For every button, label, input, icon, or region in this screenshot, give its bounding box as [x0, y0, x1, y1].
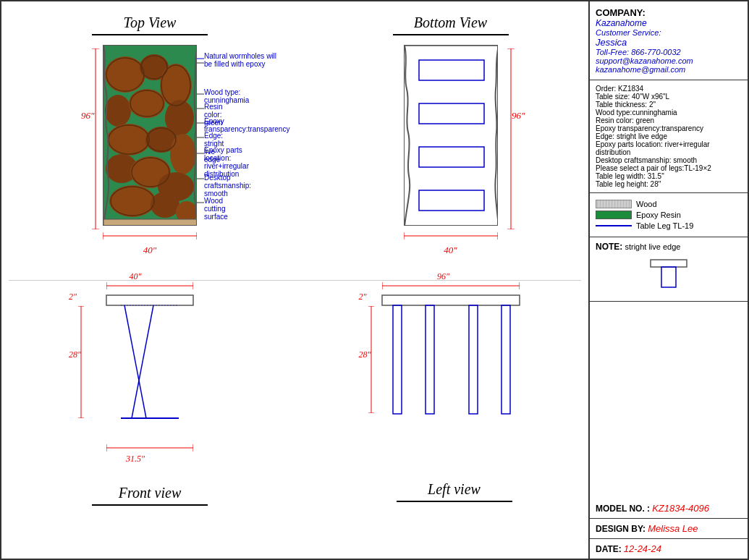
svg-rect-48 [419, 190, 484, 211]
legend-epoxy: Epoxy Resin [596, 211, 742, 219]
svg-rect-27 [103, 219, 197, 226]
toll-free-number: 866-770-0032 [631, 48, 681, 56]
dim-line-28-left [368, 306, 375, 413]
bottom-row: 40" 2" [9, 284, 581, 509]
leg-label: Table Leg TL-19 [636, 221, 693, 230]
dim-line-315-front [106, 441, 193, 454]
spec-thickness: Table thickness: 2" [596, 101, 742, 109]
svg-rect-46 [419, 103, 484, 124]
left-view-title: Left view [397, 481, 512, 498]
epoxy-label: Epoxy Resin [636, 211, 681, 219]
sidebar-specs: Order: KZ1834 Table size: 40"W x96"L Tab… [590, 80, 748, 193]
top-view-underline [92, 34, 208, 35]
left-view-underline [397, 501, 512, 502]
spec-legs: Please select a pair of legs:TL-19×2 [596, 164, 742, 172]
note-label: NOTE: [596, 242, 622, 252]
svg-point-7 [105, 95, 131, 127]
svg-point-16 [109, 185, 156, 217]
dim-line-96-top [88, 48, 103, 229]
top-view-title: Top View [124, 14, 177, 31]
svg-point-12 [170, 134, 196, 174]
dim-line-96-bottom [504, 48, 518, 229]
spec-table-size: Table size: 40"W x96"L [596, 93, 742, 101]
dim-line-40-top [103, 229, 197, 245]
spec-wood-type: Wood type:cunninghamia [596, 109, 742, 116]
wood-label: Wood [636, 200, 657, 208]
wood-swatch [596, 200, 632, 208]
date-label: DATE: [596, 544, 622, 554]
front-view-underline [92, 504, 208, 506]
spec-leg-height: Table leg height: 28" [596, 180, 742, 188]
note-text: stright live edge [625, 242, 680, 251]
drawing-area: Top View 96" [1, 1, 588, 559]
sidebar-legend: Wood Epoxy Resin Table Leg TL-19 [590, 193, 748, 237]
sidebar-model: MODEL NO. : KZ1834-4096 [590, 499, 748, 519]
svg-rect-69 [382, 295, 520, 305]
sidebar-company: COMPANY: Kazanahome Customer Service: Je… [590, 1, 748, 80]
spec-epoxy-trans: Epoxy transparency:transparency [596, 124, 742, 132]
bottom-view-title: Bottom View [414, 14, 487, 31]
left-view-svg [375, 292, 534, 436]
svg-rect-70 [393, 305, 402, 414]
svg-rect-72 [469, 305, 478, 414]
svg-point-10 [107, 124, 151, 156]
service-label: Customer Service: [596, 28, 742, 37]
svg-rect-55 [106, 295, 193, 305]
svg-rect-47 [419, 147, 484, 167]
spec-order: Order: KZ1834 [596, 85, 742, 93]
note-t-shape-svg [647, 256, 690, 292]
annotation-lines-svg [197, 45, 298, 233]
company-label: COMPANY: [596, 7, 742, 18]
dim-40-bottom: 40" [444, 245, 457, 256]
dim-96-left: 96" [437, 271, 449, 282]
sidebar-date: DATE: 12-24-24 [590, 539, 748, 559]
sidebar-note: NOTE: stright live edge [590, 237, 748, 302]
dim-line-28-front [77, 306, 85, 418]
dim-40-front: 40" [129, 271, 141, 282]
svg-point-8 [129, 89, 165, 118]
front-view-section: 40" 2" [9, 284, 291, 509]
toll-free-label: Toll-Free: [596, 48, 629, 56]
spec-edge: Edge: stright live edge [596, 132, 742, 140]
rep-name: Jessica [596, 37, 742, 48]
design-label: DESIGN BY: [596, 524, 646, 534]
bottom-view-section: Bottom View 96" [291, 9, 581, 269]
svg-rect-73 [502, 305, 510, 414]
dim-2-front: 2" [69, 292, 77, 302]
model-value: KZ1834-4096 [652, 503, 709, 514]
toll-free: Toll-Free: 866-770-0032 [596, 48, 742, 56]
sidebar-design: DESIGN BY: Melissa Lee [590, 519, 748, 539]
spec-epoxy-parts: Epoxy parts location: river+irregular di… [596, 140, 742, 156]
leg-swatch [596, 225, 632, 226]
bottom-view-underline [393, 34, 509, 35]
model-label: MODEL NO. : [596, 504, 650, 514]
design-value: Melissa Lee [648, 523, 698, 534]
email2: kazanahome@gmail.com [596, 65, 742, 74]
dim-2-left: 2" [359, 292, 367, 302]
bottom-view-svg [404, 45, 498, 226]
left-view-section: 96" 2" 28" [291, 284, 581, 509]
spec-leg-width: Table leg width: 31.5" [596, 172, 742, 180]
sidebar: COMPANY: Kazanahome Customer Service: Je… [588, 1, 748, 559]
legend-leg: Table Leg TL-19 [596, 221, 742, 230]
epoxy-swatch [596, 211, 632, 219]
front-view-title: Front view [92, 485, 208, 501]
sidebar-spacer [590, 302, 748, 499]
svg-point-4 [105, 56, 145, 93]
legend-wood: Wood [596, 200, 742, 208]
svg-rect-45 [419, 60, 484, 80]
top-view-section: Top View 96" [9, 9, 291, 269]
spec-desktop: Desktop craftsmanship: smooth [596, 156, 742, 164]
dim-line-96-left-top [382, 279, 520, 292]
dim-315-front: 31.5" [126, 454, 145, 464]
main-container: Top View 96" [0, 0, 749, 560]
spec-resin-color: Resin color: green [596, 116, 742, 124]
front-view-svg [85, 292, 215, 436]
top-row: Top View 96" [9, 9, 581, 269]
company-name: Kazanahome [596, 18, 742, 28]
dim-line-40-front-top [106, 279, 193, 292]
dim-line-40-bottom [404, 229, 498, 245]
svg-rect-71 [426, 305, 434, 414]
svg-rect-77 [651, 260, 687, 267]
svg-rect-78 [661, 267, 676, 287]
